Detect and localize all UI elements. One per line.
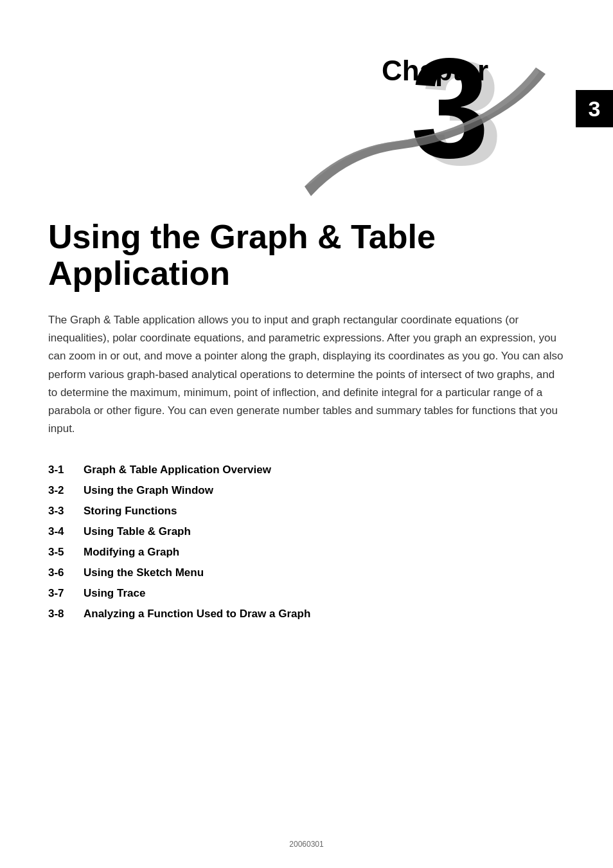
toc-label-1: Graph & Table Application Overview xyxy=(84,464,271,476)
page-title: Using the Graph & Table Application xyxy=(48,219,565,292)
list-item: 3-2 Using the Graph Window xyxy=(48,484,565,497)
chapter-label: Chapter xyxy=(382,55,488,86)
footer-text: 20060301 xyxy=(289,840,323,849)
list-item: 3-1 Graph & Table Application Overview xyxy=(48,464,565,476)
page: 3 3 Chapter 3 Using the Graph & Table Ap… xyxy=(0,0,613,868)
toc-number-5: 3-5 xyxy=(48,546,84,559)
chapter-number-small: 3 xyxy=(589,96,601,122)
toc-number-3: 3-3 xyxy=(48,505,84,518)
toc-label-7: Using Trace xyxy=(84,587,145,600)
chapter-graphic-container: 3 3 Chapter 3 xyxy=(292,13,613,199)
toc-list: 3-1 Graph & Table Application Overview 3… xyxy=(48,464,565,620)
footer: 20060301 xyxy=(0,840,613,849)
toc-label-5: Modifying a Graph xyxy=(84,546,179,559)
toc-label-3: Storing Functions xyxy=(84,505,177,518)
list-item: 3-5 Modifying a Graph xyxy=(48,546,565,559)
toc-number-8: 3-8 xyxy=(48,608,84,620)
toc-label-8: Analyzing a Function Used to Draw a Grap… xyxy=(84,608,310,620)
toc-label-2: Using the Graph Window xyxy=(84,484,213,497)
list-item: 3-8 Analyzing a Function Used to Draw a … xyxy=(48,608,565,620)
page-description: The Graph & Table application allows you… xyxy=(48,311,565,437)
toc-number-2: 3-2 xyxy=(48,484,84,497)
list-item: 3-3 Storing Functions xyxy=(48,505,565,518)
toc-number-7: 3-7 xyxy=(48,587,84,600)
list-item: 3-7 Using Trace xyxy=(48,587,565,600)
list-item: 3-4 Using Table & Graph xyxy=(48,525,565,538)
toc-number-1: 3-1 xyxy=(48,464,84,476)
toc-label-4: Using Table & Graph xyxy=(84,525,191,538)
chapter-number-box: 3 xyxy=(576,90,613,127)
toc-number-4: 3-4 xyxy=(48,525,84,538)
toc-number-6: 3-6 xyxy=(48,566,84,579)
svg-text:3: 3 xyxy=(411,30,489,188)
list-item: 3-6 Using the Sketch Menu xyxy=(48,566,565,579)
toc-label-6: Using the Sketch Menu xyxy=(84,566,204,579)
chapter-graphic-svg: 3 3 xyxy=(292,13,613,199)
